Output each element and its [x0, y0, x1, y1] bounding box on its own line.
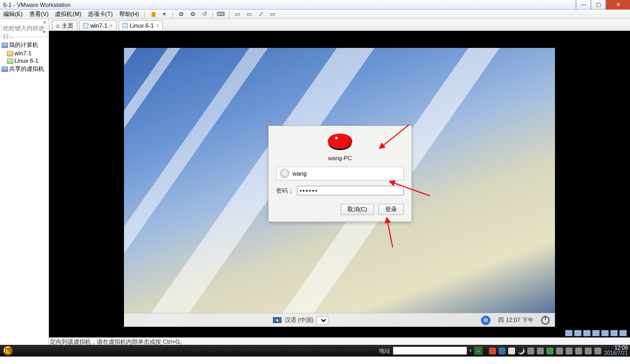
tree-node-mycomputer[interactable]: 我的计算机: [1, 40, 47, 49]
tab-strip: ⌂ 主页 win7-1 × Linux 6-1 ×: [49, 19, 630, 31]
tray-icon[interactable]: [537, 348, 544, 354]
redhat-logo-icon: [328, 134, 352, 152]
windows-taskbar: 地址 ▾ → 12:08 2016/7/21: [0, 345, 630, 357]
sidebar-tree: 我的计算机 win7-1 Linux 6-1 共享的虚拟机: [0, 38, 48, 73]
toolbar-fit-icon[interactable]: ⤢: [256, 10, 266, 19]
user-icon: [280, 169, 289, 178]
close-icon[interactable]: ×: [110, 23, 113, 29]
vm-console[interactable]: wang-PC 密码： 取消(C) 登录: [49, 31, 630, 337]
vm-icon: [83, 23, 88, 28]
menu-tabs[interactable]: 选项卡(T): [85, 10, 116, 18]
tray-icon[interactable]: [575, 348, 582, 354]
power-icon[interactable]: [541, 316, 550, 325]
menu-edit[interactable]: 编辑(E): [0, 10, 26, 18]
menu-help[interactable]: 帮助(H): [116, 10, 142, 18]
window-max-button[interactable]: ▢: [591, 0, 606, 10]
device-icon[interactable]: [610, 330, 618, 336]
tree-node-linux61[interactable]: Linux 6-1: [1, 57, 47, 64]
menu-view[interactable]: 查看(V): [26, 10, 52, 18]
device-icon[interactable]: [574, 330, 582, 336]
accessibility-icon[interactable]: ✲: [481, 316, 491, 325]
toolbar-revert-icon[interactable]: ↺: [200, 10, 209, 19]
login-submit-button[interactable]: 登录: [378, 204, 404, 215]
tray-icon[interactable]: [499, 348, 505, 354]
tab-home[interactable]: ⌂ 主页: [52, 20, 77, 30]
tray-icon[interactable]: [527, 348, 534, 354]
tray-icon[interactable]: [556, 348, 563, 354]
taskbar-clock[interactable]: 12:08 2016/7/21: [604, 345, 631, 356]
sidebar-search-placeholder: 此处键入内容进行…: [3, 24, 45, 40]
taskbar-address-label: 地址: [379, 347, 391, 355]
window-close-button[interactable]: ✕: [606, 0, 630, 10]
login-password-label: 密码：: [276, 187, 294, 195]
menubar: 编辑(E) 查看(V) 虚拟机(M) 选项卡(T) 帮助(H) ▮▮ ▾ ✿ ✿…: [0, 10, 630, 19]
window-title: 6-1 - VMware Workstation: [3, 2, 71, 8]
toolbar-snapshot-mgr-icon[interactable]: ✿: [188, 10, 197, 19]
guest-lang-label: 汉语 (中国): [285, 316, 313, 324]
start-button[interactable]: [0, 345, 16, 357]
computer-icon: [2, 67, 8, 72]
tree-node-shared[interactable]: 共享的虚拟机: [1, 64, 47, 73]
home-icon: ⌂: [56, 22, 60, 29]
tree-node-win7[interactable]: win7-1: [1, 49, 47, 57]
sidebar-search-dropdown-icon[interactable]: ▾: [43, 29, 46, 35]
toolbar-snapshot-icon[interactable]: ✿: [176, 10, 186, 19]
toolbar-sendkeys-icon[interactable]: ⌨: [216, 10, 226, 19]
tray-ime-icon[interactable]: [508, 348, 515, 354]
login-hostname: wang-PC: [269, 155, 411, 161]
tray-volume-icon[interactable]: [594, 348, 601, 354]
close-icon[interactable]: ×: [156, 23, 159, 29]
window-titlebar: 6-1 - VMware Workstation — ▢ ✕: [0, 0, 630, 10]
guest-lang-dropdown[interactable]: [317, 316, 328, 325]
guest-bottom-bar: 汉语 (中国) ✲ 四 12:07 下午: [124, 313, 555, 327]
start-orb-icon: [3, 346, 13, 355]
sidebar: × 此处键入内容进行… ▾ 我的计算机 win7-1 Linux 6-1 共享的…: [0, 19, 49, 345]
login-user-field[interactable]: [276, 167, 404, 180]
window-min-button[interactable]: —: [576, 0, 591, 10]
menu-vm[interactable]: 虚拟机(M): [52, 10, 85, 18]
toolbar-stretch-icon[interactable]: ▭: [268, 10, 277, 19]
login-password-input[interactable]: [297, 186, 404, 195]
toolbar-unity-icon[interactable]: ▭: [244, 10, 254, 19]
guest-clock: 四 12:07 下午: [498, 316, 534, 324]
taskbar-address-input[interactable]: [393, 346, 467, 355]
toolbar-fullscreen-icon[interactable]: ▭: [233, 10, 242, 19]
vm-icon: [7, 51, 13, 56]
device-icon[interactable]: [583, 330, 591, 336]
device-icon[interactable]: [592, 330, 600, 336]
vm-icon: [7, 59, 13, 64]
login-cancel-button[interactable]: 取消(C): [341, 204, 374, 215]
device-icon[interactable]: [601, 330, 609, 336]
guest-desktop: wang-PC 密码： 取消(C) 登录: [124, 48, 555, 327]
tray-icon[interactable]: [566, 348, 573, 354]
tray-icon[interactable]: [546, 348, 553, 354]
chevron-down-icon[interactable]: ▾: [469, 348, 472, 353]
tab-win7[interactable]: win7-1 ×: [79, 20, 117, 30]
toolbar-power-dropdown[interactable]: ▾: [160, 10, 169, 19]
toolbar-pause-icon[interactable]: ▮▮: [148, 10, 158, 19]
login-username-input[interactable]: [293, 170, 400, 177]
status-hint: 定向到该虚拟机，请在虚拟机内部单击或按 Ctrl+G。: [49, 337, 630, 345]
annotation-arrow: [382, 218, 414, 252]
login-dialog: wang-PC 密码： 取消(C) 登录: [268, 126, 412, 222]
vm-icon: [122, 23, 128, 28]
taskbar-address-go-button[interactable]: →: [474, 346, 483, 355]
computer-icon: [2, 43, 8, 48]
device-icon[interactable]: [565, 330, 573, 336]
flag-icon: [273, 317, 281, 323]
tray-network-icon[interactable]: [585, 348, 592, 354]
system-tray: [486, 348, 604, 354]
tab-linux61[interactable]: Linux 6-1 ×: [119, 20, 163, 30]
vm-device-strip: [565, 330, 627, 336]
tray-icon[interactable]: [518, 348, 525, 354]
device-icon[interactable]: [619, 330, 627, 336]
tray-icon[interactable]: [489, 348, 496, 354]
sidebar-search-input[interactable]: 此处键入内容进行… ▾: [1, 28, 47, 37]
